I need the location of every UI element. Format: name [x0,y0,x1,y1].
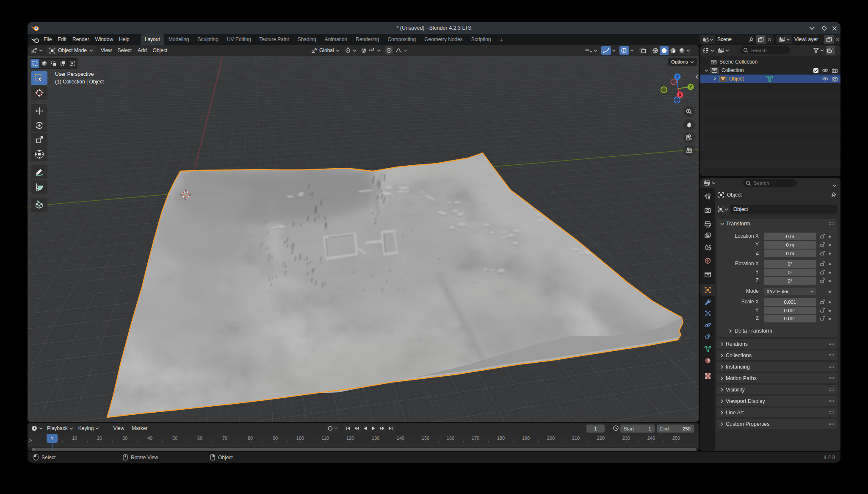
svg-text:X: X [679,93,682,97]
svg-text:Z: Z [676,75,679,79]
svg-text:Y: Y [689,85,692,89]
